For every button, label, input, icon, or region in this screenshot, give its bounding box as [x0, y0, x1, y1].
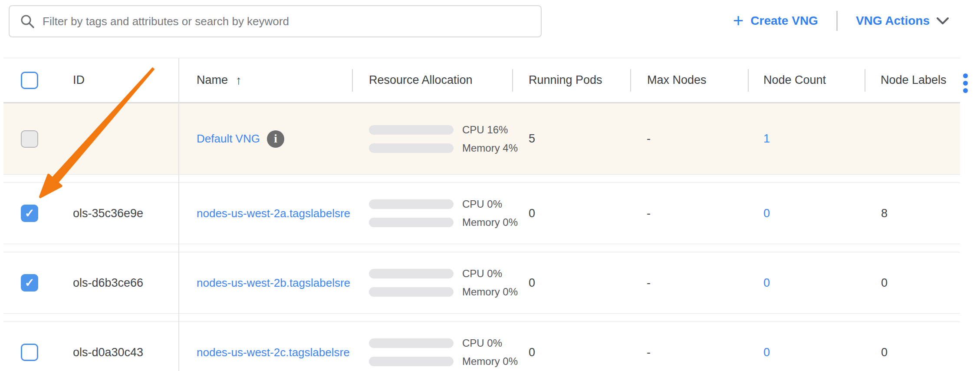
cpu-usage-bar [369, 199, 454, 209]
running-pods-value: 0 [512, 252, 630, 313]
vng-id: ols-35c36e9e [60, 183, 178, 244]
vng-id [60, 103, 178, 174]
memory-usage-bar [369, 143, 454, 153]
cpu-usage-bar [369, 269, 454, 278]
select-all-cell: ✓ [3, 58, 60, 102]
column-options-icon[interactable] [963, 73, 969, 93]
filter-search-box[interactable] [9, 5, 542, 37]
memory-usage-bar [369, 218, 454, 227]
resource-allocation-cell: CPU 0% Memory 0% [352, 183, 512, 244]
max-nodes-value: - [630, 252, 748, 313]
search-input[interactable] [35, 15, 541, 28]
vng-name-link[interactable]: Default VNG [197, 132, 260, 146]
max-nodes-value: - [630, 322, 748, 371]
column-header-node-labels[interactable]: Node Labels [865, 58, 960, 102]
vng-actions-button[interactable]: VNG Actions [856, 14, 949, 28]
search-icon [20, 14, 35, 29]
vng-id: ols-d6b3ce66 [60, 252, 178, 313]
cpu-usage-bar [369, 338, 454, 348]
node-labels-value [865, 103, 960, 174]
column-header-max-nodes[interactable]: Max Nodes [630, 58, 748, 102]
vng-table: ✓ ID Name ↑ Resource Allocation Running … [0, 58, 980, 371]
row-checkbox[interactable]: ✓ [21, 274, 38, 292]
column-header-running-pods[interactable]: Running Pods [512, 58, 630, 102]
column-header-id[interactable]: ID [60, 58, 178, 102]
table-row: ✓ Default VNG i CPU 16% Memory 4% 5 - 1 [3, 103, 960, 175]
resource-allocation-cell: CPU 0% Memory 0% [352, 322, 512, 371]
create-vng-button[interactable]: + Create VNG [733, 12, 818, 30]
running-pods-value: 0 [512, 322, 630, 371]
table-row: ✓ ols-d6b3ce66 nodes-us-west-2b.tagslabe… [3, 252, 960, 314]
table-header-row: ✓ ID Name ↑ Resource Allocation Running … [3, 58, 960, 103]
chevron-down-icon [937, 17, 949, 25]
row-checkbox[interactable]: ✓ [21, 205, 38, 222]
row-checkbox[interactable]: ✓ [21, 344, 38, 361]
check-icon: ✓ [25, 277, 35, 289]
row-checkbox[interactable]: ✓ [21, 130, 38, 148]
vng-name-link[interactable]: nodes-us-west-2a.tagslabelsre [197, 207, 350, 220]
node-count-link[interactable]: 0 [763, 346, 770, 359]
vng-name-link[interactable]: nodes-us-west-2c.tagslabelsre [197, 346, 350, 359]
vng-id: ols-d0a30c43 [60, 322, 178, 371]
toolbar-actions: + Create VNG VNG Actions [733, 10, 949, 32]
table-row: ✓ ols-d0a30c43 nodes-us-west-2c.tagslabe… [3, 321, 960, 371]
memory-usage-bar [369, 357, 454, 366]
node-count-link[interactable]: 0 [763, 207, 770, 220]
create-vng-label: Create VNG [750, 14, 818, 28]
node-count-link[interactable]: 0 [763, 276, 770, 290]
pinned-column-divider [178, 58, 179, 371]
column-header-name-label: Name [197, 73, 228, 87]
running-pods-value: 0 [512, 183, 630, 244]
resource-allocation-cell: CPU 16% Memory 4% [352, 103, 512, 174]
vng-actions-label: VNG Actions [856, 14, 930, 28]
plus-icon: + [733, 12, 744, 30]
toolbar-divider [836, 11, 838, 31]
column-header-node-count[interactable]: Node Count [748, 58, 865, 102]
node-labels-value: 8 [865, 183, 960, 244]
node-count-link[interactable]: 1 [763, 132, 770, 146]
vng-name-link[interactable]: nodes-us-west-2b.tagslabelsre [197, 276, 350, 290]
sort-ascending-icon: ↑ [236, 73, 242, 87]
cpu-usage-bar [369, 125, 454, 135]
node-labels-value: 0 [865, 252, 960, 313]
column-header-name[interactable]: Name ↑ [178, 58, 352, 102]
info-icon[interactable]: i [267, 130, 284, 148]
table-row: ✓ ols-35c36e9e nodes-us-west-2a.tagslabe… [3, 182, 960, 244]
column-header-resource-allocation[interactable]: Resource Allocation [352, 58, 512, 102]
resource-allocation-cell: CPU 0% Memory 0% [352, 252, 512, 313]
select-all-checkbox[interactable]: ✓ [21, 72, 38, 89]
memory-usage-bar [369, 287, 454, 297]
node-labels-value: 0 [865, 322, 960, 371]
max-nodes-value: - [630, 103, 748, 174]
running-pods-value: 5 [512, 103, 630, 174]
max-nodes-value: - [630, 183, 748, 244]
check-icon: ✓ [25, 208, 35, 219]
